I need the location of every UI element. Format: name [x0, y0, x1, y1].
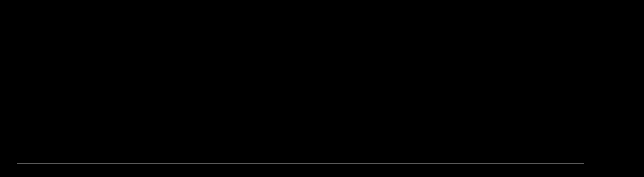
ceilometer-quicklook-figure [0, 0, 644, 177]
x-axis-line [18, 163, 584, 163]
colorbar-canvas [0, 0, 64, 32]
